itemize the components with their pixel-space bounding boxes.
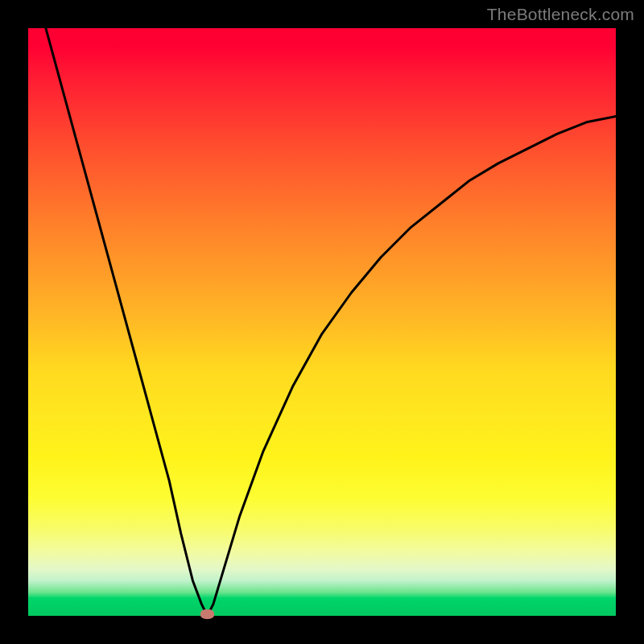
plot-area [28, 28, 616, 616]
watermark-text: TheBottleneck.com [487, 5, 634, 24]
minimum-marker [200, 609, 214, 619]
bottleneck-curve [28, 28, 616, 616]
chart-frame: TheBottleneck.com [0, 0, 644, 644]
